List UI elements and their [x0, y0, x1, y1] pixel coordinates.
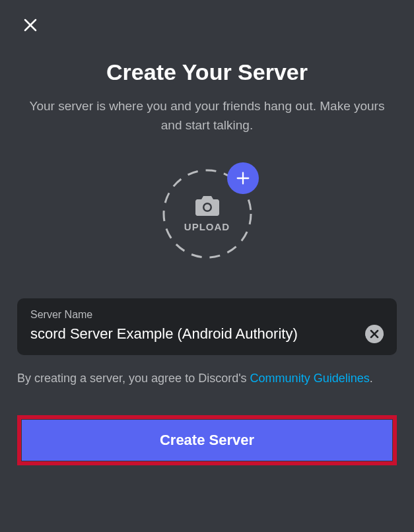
input-label: Server Name	[30, 309, 384, 321]
server-name-input[interactable]	[30, 325, 359, 343]
page-subtitle: Your server is where you and your friend…	[17, 97, 397, 135]
close-button[interactable]	[21, 16, 40, 34]
plus-icon	[236, 171, 250, 185]
plus-badge	[227, 162, 259, 194]
terms-prefix: By creating a server, you agree to Disco…	[17, 372, 250, 385]
create-server-button[interactable]: Create Server	[22, 420, 392, 461]
terms-suffix: .	[370, 372, 373, 385]
close-icon	[22, 17, 38, 33]
clear-input-button[interactable]	[365, 325, 384, 343]
community-guidelines-link[interactable]: Community Guidelines	[250, 372, 370, 385]
create-button-highlight: Create Server	[17, 415, 397, 465]
camera-icon	[195, 196, 219, 216]
upload-label: UPLOAD	[184, 221, 230, 232]
svg-point-4	[204, 204, 210, 210]
server-name-field: Server Name	[17, 298, 397, 355]
page-title: Create Your Server	[106, 59, 308, 85]
clear-icon	[370, 329, 379, 339]
terms-text: By creating a server, you agree to Disco…	[17, 370, 397, 387]
upload-avatar-button[interactable]: UPLOAD	[161, 168, 254, 260]
